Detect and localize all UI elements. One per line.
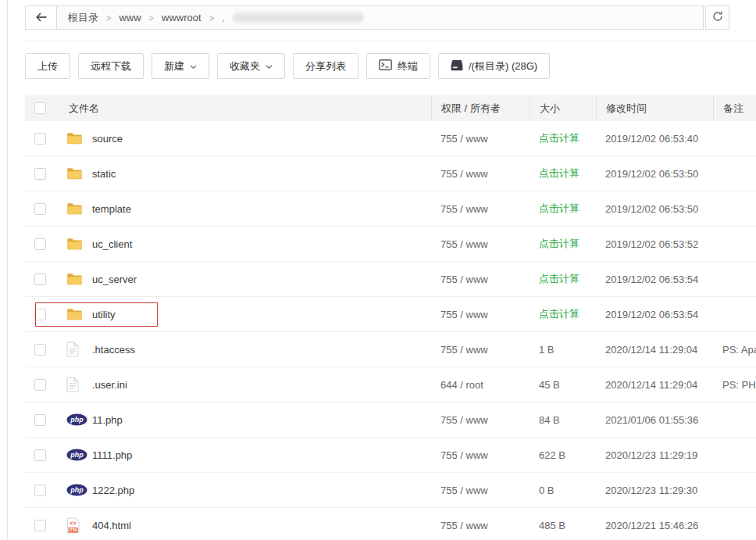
table-row[interactable]: <>HTML 404.html 755 / www 485 B 2020/12/… — [25, 508, 756, 540]
file-name[interactable]: uc_server — [92, 274, 137, 285]
table-body: source 755 / www 点击计算 2019/12/02 06:53:4… — [25, 121, 756, 540]
breadcrumb-root[interactable]: 根目录 — [68, 11, 98, 25]
left-panel-edge — [7, 0, 8, 540]
table-row[interactable]: source 755 / www 点击计算 2019/12/02 06:53:4… — [25, 121, 756, 156]
file-permission-owner: 755 / www — [431, 274, 530, 285]
file-name[interactable]: 404.html — [92, 520, 131, 531]
table-row[interactable]: php 1222.php 755 / www 0 B 2020/12/23 11… — [25, 473, 756, 508]
file-icon — [66, 342, 87, 357]
svg-text:<>: <> — [70, 519, 77, 526]
disk-root-label: /(根目录) (28G) — [469, 59, 537, 73]
table-row[interactable]: utility 755 / www 点击计算 2019/12/02 06:53:… — [25, 297, 756, 332]
row-checkbox[interactable] — [34, 449, 46, 461]
back-arrow-icon — [35, 11, 48, 25]
file-mtime: 2019/12/02 06:53:54 — [596, 309, 713, 320]
table-header: 文件名 权限 / 所有者 大小 修改时间 备注 — [25, 95, 756, 121]
row-checkbox[interactable] — [34, 520, 46, 531]
size-calculate-link[interactable]: 点击计算 — [530, 307, 596, 321]
row-checkbox[interactable] — [34, 379, 46, 391]
file-mtime: 2020/12/14 11:29:04 — [596, 344, 713, 356]
new-button-label: 新建 — [164, 59, 184, 73]
remote-download-button[interactable]: 远程下载 — [78, 53, 144, 79]
row-checkbox[interactable] — [34, 133, 46, 145]
size-calculate-link[interactable]: 点击计算 — [530, 272, 596, 286]
file-size: 0 B — [530, 485, 596, 496]
row-checkbox[interactable] — [34, 168, 46, 180]
folder-icon — [66, 166, 87, 181]
breadcrumb-separator: > — [106, 13, 111, 23]
table-row[interactable]: .htaccess 755 / www 1 B 2020/12/14 11:29… — [25, 332, 756, 367]
chevron-down-icon — [190, 65, 197, 70]
back-button[interactable] — [26, 6, 57, 29]
header-mtime[interactable]: 修改时间 — [596, 95, 713, 121]
row-checkbox[interactable] — [34, 485, 46, 496]
table-row[interactable]: php 1111.php 755 / www 622 B 2020/12/23 … — [25, 438, 756, 473]
favorites-button-label: 收藏夹 — [230, 59, 260, 73]
select-all-checkbox[interactable] — [34, 102, 46, 114]
svg-text:php: php — [70, 486, 84, 494]
table-row[interactable]: php 11.php 755 / www 84 B 2021/01/06 01:… — [25, 402, 756, 438]
file-remark: PS: PHP — [713, 379, 756, 391]
file-permission-owner: 755 / www — [431, 238, 530, 250]
table-row[interactable]: template 755 / www 点击计算 2019/12/02 06:53… — [25, 191, 756, 227]
header-permission-owner[interactable]: 权限 / 所有者 — [431, 95, 530, 121]
upload-button[interactable]: 上传 — [25, 53, 70, 79]
file-permission-owner: 755 / www — [431, 344, 530, 356]
file-name[interactable]: utility — [92, 309, 116, 320]
table-row[interactable]: .user.ini 644 / root 45 B 2020/12/14 11:… — [25, 367, 756, 402]
file-mtime: 2020/12/23 11:29:30 — [596, 485, 713, 496]
folder-icon — [66, 237, 87, 251]
file-name[interactable]: 1111.php — [92, 449, 132, 461]
file-name[interactable]: 11.php — [92, 414, 123, 426]
file-table: 文件名 权限 / 所有者 大小 修改时间 备注 source 755 / www… — [25, 95, 756, 540]
favorites-dropdown-button[interactable]: 收藏夹 — [217, 53, 285, 79]
redacted-path-segment — [233, 12, 364, 23]
file-name[interactable]: source — [92, 133, 123, 145]
terminal-button-label: 终端 — [398, 59, 418, 73]
file-name[interactable]: .user.ini — [92, 379, 127, 391]
chevron-down-icon — [266, 65, 273, 70]
row-checkbox[interactable] — [34, 344, 46, 356]
row-checkbox[interactable] — [34, 238, 46, 250]
file-permission-owner: 755 / www — [431, 133, 530, 145]
refresh-button[interactable] — [705, 5, 729, 30]
table-row[interactable]: uc_client 755 / www 点击计算 2019/12/02 06:5… — [25, 227, 756, 262]
file-size: 485 B — [530, 520, 596, 531]
row-checkbox[interactable] — [34, 203, 46, 215]
share-list-button[interactable]: 分享列表 — [293, 53, 358, 79]
file-remark: PS: Apa — [713, 344, 756, 356]
file-permission-owner: 755 / www — [431, 485, 530, 496]
redacted-prefix: , — [222, 12, 225, 23]
size-calculate-link[interactable]: 点击计算 — [530, 131, 596, 145]
disk-root-button[interactable]: /(根目录) (28G) — [438, 53, 550, 79]
file-permission-owner: 755 / www — [431, 203, 530, 215]
file-name[interactable]: template — [92, 203, 131, 215]
row-checkbox[interactable] — [34, 414, 46, 426]
new-dropdown-button[interactable]: 新建 — [152, 53, 209, 79]
breadcrumb-separator: > — [209, 13, 214, 23]
file-name[interactable]: 1222.php — [92, 485, 134, 496]
size-calculate-link[interactable]: 点击计算 — [530, 202, 596, 216]
breadcrumb-www[interactable]: www — [119, 12, 141, 23]
header-remark[interactable]: 备注 — [713, 95, 756, 121]
html-icon: <>HTML — [66, 517, 87, 534]
terminal-button[interactable]: 终端 — [366, 53, 430, 79]
row-checkbox[interactable] — [34, 309, 46, 320]
file-name[interactable]: static — [92, 168, 116, 180]
file-name[interactable]: .htaccess — [92, 344, 135, 356]
toolbar: 上传 远程下载 新建 收藏夹 分享列表 终端 /(根目录) (28G) — [25, 53, 550, 79]
header-filename[interactable]: 文件名 — [59, 95, 431, 121]
row-checkbox[interactable] — [34, 274, 46, 285]
size-calculate-link[interactable]: 点击计算 — [530, 237, 596, 251]
file-name[interactable]: uc_client — [92, 238, 132, 250]
breadcrumb-wwwroot[interactable]: wwwroot — [162, 12, 201, 23]
table-row[interactable]: static 755 / www 点击计算 2019/12/02 06:53:5… — [25, 156, 756, 191]
file-mtime: 2019/12/02 06:53:52 — [596, 238, 713, 250]
file-permission-owner: 755 / www — [431, 449, 530, 461]
size-calculate-link[interactable]: 点击计算 — [530, 166, 596, 181]
file-permission-owner: 644 / root — [431, 379, 530, 391]
file-icon — [66, 377, 87, 392]
header-size[interactable]: 大小 — [530, 95, 596, 121]
file-size: 45 B — [530, 379, 596, 391]
table-row[interactable]: uc_server 755 / www 点击计算 2019/12/02 06:5… — [25, 262, 756, 297]
